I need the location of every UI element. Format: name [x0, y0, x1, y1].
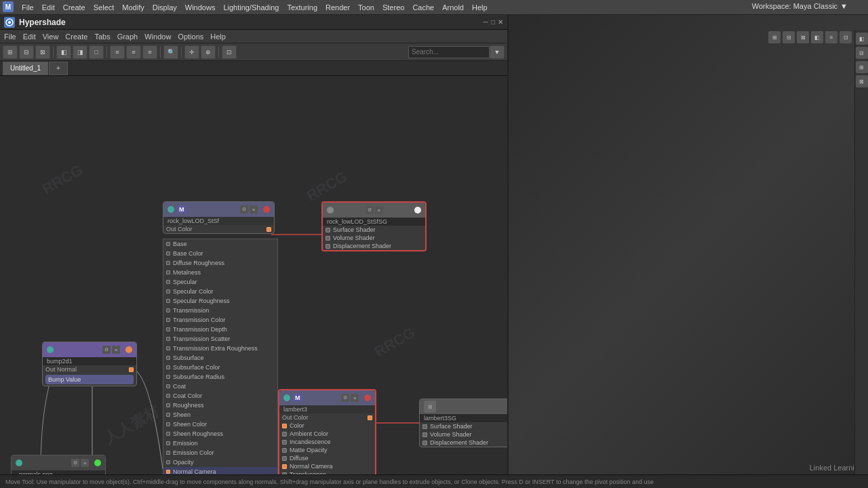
- vp-tool-1[interactable]: ◧: [856, 33, 868, 45]
- node-lambert3[interactable]: M ⚙ ≡ lambert3 Out Color Color: [278, 389, 376, 488]
- hs-menu-graph[interactable]: Graph: [117, 33, 138, 41]
- lambert3-incandescence-dot[interactable]: [282, 440, 287, 445]
- menu-cache[interactable]: Cache: [412, 3, 434, 12]
- tr-tool-1[interactable]: ⊞: [768, 31, 781, 43]
- node-icon-settings[interactable]: ⚙: [240, 205, 248, 214]
- lambert3-ambient-dot[interactable]: [282, 432, 287, 436]
- vp-tool-2[interactable]: ⊟: [856, 47, 868, 59]
- hs-menu-edit[interactable]: Edit: [23, 33, 36, 41]
- node-rock-stsfsg[interactable]: ⚙ ≡ rock_lowLOD_StSfSG Surface Shader Vo…: [321, 201, 427, 251]
- attr-base[interactable]: Base: [163, 239, 277, 249]
- attr-transmission-extra[interactable]: Transmission Extra Roughness: [163, 344, 277, 353]
- menu-create[interactable]: Create: [63, 3, 85, 12]
- attr-diffuse-roughness[interactable]: Diffuse Roughness: [163, 258, 277, 268]
- normals-icon-settings[interactable]: ⚙: [71, 459, 79, 467]
- toolbar-btn-frame[interactable]: ⊡: [222, 45, 237, 59]
- out-normal-dot[interactable]: [129, 367, 134, 372]
- toolbar-btn-zoom[interactable]: 🔍: [163, 45, 178, 59]
- tab-add[interactable]: +: [49, 62, 68, 75]
- lambert3-matte-dot[interactable]: [282, 448, 287, 453]
- maximize-icon[interactable]: □: [491, 18, 495, 26]
- node-bump2d1[interactable]: ⚙ ≡ bump2d1 Out Normal Bump Value: [42, 342, 137, 386]
- toolbar-btn-3[interactable]: ⊠: [35, 45, 50, 59]
- toolbar-btn-4[interactable]: ◧: [56, 45, 71, 59]
- hs-menu-tabs[interactable]: Tabs: [94, 33, 110, 41]
- attr-coat[interactable]: Coat: [163, 382, 277, 391]
- tr-tool-5[interactable]: ≡: [825, 31, 837, 43]
- menu-windows[interactable]: Windows: [185, 3, 216, 12]
- bump-icon-list[interactable]: ≡: [112, 346, 120, 354]
- lambert3-color-dot[interactable]: [282, 424, 287, 428]
- toolbar-btn-7[interactable]: ≡: [110, 45, 125, 59]
- attr-base-color[interactable]: Base Color: [163, 249, 277, 258]
- search-input[interactable]: [408, 46, 490, 58]
- vp-tool-3[interactable]: ⊞: [856, 61, 868, 73]
- bump-value-btn[interactable]: Bump Value: [45, 375, 134, 384]
- surface-dot[interactable]: [326, 228, 330, 232]
- toolbar-btn-1[interactable]: ⊞: [3, 45, 18, 59]
- attr-emission[interactable]: Emission: [163, 439, 277, 448]
- attr-sheen[interactable]: Sheen: [163, 410, 277, 420]
- lambert3-icon-settings[interactable]: ⚙: [341, 394, 349, 402]
- hs-menu-view[interactable]: View: [43, 33, 59, 41]
- node-lambert3sg[interactable]: ⊠ ≡ lambert3SG Surface Shader Volume Sha…: [419, 399, 507, 447]
- attr-subsurface[interactable]: Subsurface: [163, 353, 277, 363]
- attr-sheen-roughness[interactable]: Sheen Roughness: [163, 429, 277, 439]
- tr-tool-3[interactable]: ⊠: [797, 31, 809, 43]
- node-icon-settings2[interactable]: ⚙: [366, 206, 374, 214]
- menu-stereo[interactable]: Stereo: [382, 3, 404, 12]
- attr-emission-color[interactable]: Emission Color: [163, 448, 277, 458]
- attr-opacity[interactable]: Opacity: [163, 458, 277, 467]
- tr-tool-4[interactable]: ◧: [811, 31, 823, 43]
- viewport[interactable]: ⏮ ◀ ⏸ ▶ ▶▶ www.rrcg.cn 人人素材 RRCG 人人素材: [509, 15, 868, 488]
- vp-tool-4[interactable]: ⊠: [856, 75, 868, 87]
- attr-specular[interactable]: Specular: [163, 277, 277, 287]
- displacement-dot[interactable]: [326, 244, 330, 249]
- attr-metalness[interactable]: Metalness: [163, 268, 277, 277]
- menu-lighting[interactable]: Lighting/Shading: [223, 3, 279, 12]
- lambert3-icon-list[interactable]: ≡: [351, 394, 359, 402]
- node-rock-stsf[interactable]: M ⚙ ≡ rock_lowLOD_StSf Out Color: [163, 201, 275, 234]
- lambert3-normal-dot[interactable]: [282, 464, 287, 469]
- tr-tool-2[interactable]: ⊟: [783, 31, 795, 43]
- search-dropdown-btn[interactable]: ▼: [490, 45, 505, 59]
- attr-sheen-color[interactable]: Sheen Color: [163, 420, 277, 429]
- attr-transmission[interactable]: Transmission: [163, 306, 277, 315]
- attr-coat-color[interactable]: Coat Color: [163, 391, 277, 401]
- minimize-icon[interactable]: ─: [484, 18, 488, 26]
- lambert3-out-dot[interactable]: [368, 415, 372, 420]
- toolbar-btn-5[interactable]: ◨: [73, 45, 87, 59]
- menu-texturing[interactable]: Texturing: [287, 3, 317, 12]
- menu-modify[interactable]: Modify: [122, 3, 144, 12]
- attr-specular-roughness[interactable]: Specular Roughness: [163, 296, 277, 306]
- toolbar-btn-9[interactable]: ≡: [142, 45, 157, 59]
- lambert3sg-icon-list[interactable]: ≡: [505, 403, 507, 411]
- node-icon-list[interactable]: ≡: [250, 205, 258, 214]
- menu-select[interactable]: Select: [94, 3, 115, 12]
- attr-subsurface-color[interactable]: Subsurface Color: [163, 363, 277, 372]
- menu-arnold[interactable]: Arnold: [442, 3, 464, 12]
- toolbar-btn-2[interactable]: ⊟: [19, 45, 34, 59]
- hs-menu-window[interactable]: Window: [144, 33, 171, 41]
- attr-transmission-color[interactable]: Transmission Color: [163, 315, 277, 325]
- close-icon[interactable]: ✕: [498, 18, 503, 26]
- toolbar-btn-6[interactable]: □: [89, 45, 104, 59]
- menu-render[interactable]: Render: [326, 3, 350, 12]
- bump-icon-settings[interactable]: ⚙: [102, 346, 111, 354]
- menu-file[interactable]: File: [22, 3, 34, 12]
- node-icon-list2[interactable]: ≡: [375, 206, 383, 214]
- toolbar-btn-8[interactable]: ≡: [126, 45, 141, 59]
- toolbar-btn-cursor[interactable]: ⊕: [201, 45, 216, 59]
- attr-transmission-depth[interactable]: Transmission Depth: [163, 325, 277, 334]
- lambert3sg-volume-dot[interactable]: [422, 432, 427, 437]
- attr-coat-roughness[interactable]: Roughness: [163, 401, 277, 410]
- menu-edit[interactable]: Edit: [42, 3, 55, 12]
- attr-transmission-scatter[interactable]: Transmission Scatter: [163, 334, 277, 344]
- tr-tool-6[interactable]: ⊡: [840, 31, 852, 43]
- hs-menu-help[interactable]: Help: [210, 33, 226, 41]
- hs-menu-options[interactable]: Options: [178, 33, 203, 41]
- hs-canvas[interactable]: RRCG 人人素材 RRCG 人人素材 RRCG: [0, 76, 507, 488]
- attr-subsurface-radius[interactable]: Subsurface Radius: [163, 372, 277, 382]
- tab-untitled1[interactable]: Untitled_1: [3, 62, 48, 75]
- lambert3sg-surface-dot[interactable]: [422, 424, 427, 429]
